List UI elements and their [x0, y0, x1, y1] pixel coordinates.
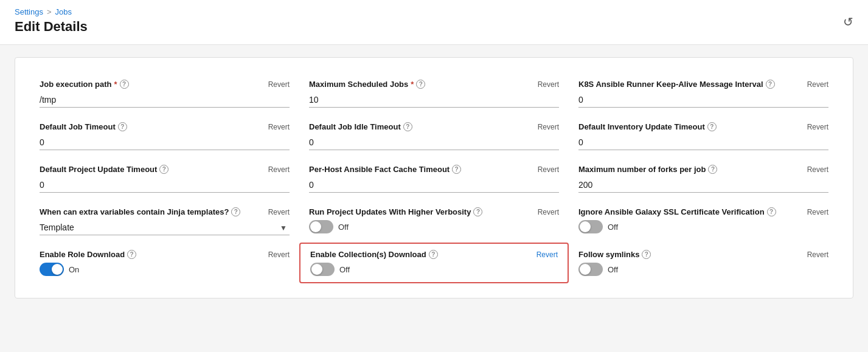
field-follow-symlinks: Follow symlinks ? Revert Off [569, 243, 838, 283]
enable-role-download-toggle-label: On [69, 265, 79, 274]
required-star: * [114, 80, 117, 89]
enable-collections-download-revert[interactable]: Revert [536, 250, 558, 259]
ignore-ansible-galaxy-revert[interactable]: Revert [807, 208, 828, 216]
toggle-thumb [310, 221, 321, 232]
per-host-ansible-fact-cache-timeout-help-icon[interactable]: ? [452, 165, 461, 174]
default-job-idle-timeout-label: Default Job Idle Timeout [309, 122, 401, 131]
default-job-timeout-help-icon[interactable]: ? [118, 122, 127, 131]
field-ignore-ansible-galaxy: Ignore Ansible Galaxy SSL Certificate Ve… [569, 200, 838, 243]
maximum-scheduled-jobs-revert[interactable]: Revert [538, 80, 559, 89]
follow-symlinks-toggle-wrapper: Off [578, 263, 828, 276]
maximum-forks-label: Maximum number of forks per job [578, 165, 706, 174]
follow-symlinks-revert[interactable]: Revert [807, 250, 828, 259]
default-project-update-timeout-input[interactable] [40, 178, 290, 193]
page-title: Edit Details [15, 19, 853, 35]
default-project-update-timeout-help-icon[interactable]: ? [159, 165, 168, 174]
default-inventory-update-timeout-revert[interactable]: Revert [807, 123, 828, 131]
field-enable-collections-download: Enable Collection(s) Download ? Revert [299, 243, 569, 283]
run-project-updates-toggle-wrapper: Off [309, 220, 559, 233]
toggle-track [309, 220, 333, 233]
default-job-idle-timeout-input[interactable] [309, 135, 559, 150]
enable-collections-download-help-icon[interactable]: ? [429, 250, 438, 259]
enable-collections-download-toggle[interactable] [310, 263, 335, 276]
maximum-scheduled-jobs-input[interactable] [309, 92, 559, 108]
run-project-updates-toggle-label: Off [338, 223, 349, 232]
default-project-update-timeout-label: Default Project Update Timeout [40, 165, 157, 174]
run-project-updates-help-icon[interactable]: ? [473, 207, 482, 216]
enable-role-download-label: Enable Role Download [40, 250, 125, 259]
k8s-ansible-help-icon[interactable]: ? [766, 80, 775, 89]
follow-symlinks-toggle-label: Off [608, 265, 618, 274]
field-default-inventory-update-timeout: Default Inventory Update Timeout ? Rever… [569, 115, 838, 157]
field-run-project-updates: Run Project Updates With Higher Verbosit… [299, 200, 569, 243]
follow-symlinks-toggle[interactable] [578, 263, 603, 276]
required-star-2: * [411, 80, 414, 89]
breadcrumb-separator: > [47, 7, 52, 16]
ignore-ansible-galaxy-label: Ignore Ansible Galaxy SSL Certificate Ve… [578, 207, 765, 216]
job-execution-path-help-icon[interactable]: ? [120, 80, 129, 89]
maximum-forks-help-icon[interactable]: ? [708, 165, 717, 174]
jinja-templates-label: When can extra variables contain Jinja t… [40, 207, 229, 216]
field-maximum-forks: Maximum number of forks per job ? Revert [569, 157, 838, 200]
field-job-execution-path: Job execution path * ? Revert [30, 72, 299, 115]
field-k8s-ansible: K8S Ansible Runner Keep-Alive Message In… [569, 72, 838, 115]
default-job-timeout-revert[interactable]: Revert [268, 123, 290, 131]
default-inventory-update-timeout-help-icon[interactable]: ? [707, 122, 717, 131]
enable-collections-download-toggle-label: Off [339, 265, 350, 274]
job-execution-path-label: Job execution path [40, 80, 111, 89]
default-job-timeout-input[interactable] [40, 135, 290, 150]
field-jinja-templates: When can extra variables contain Jinja t… [30, 200, 299, 243]
toggle-track-2 [578, 220, 603, 233]
enable-collections-download-toggle-wrapper: Off [310, 263, 558, 276]
jinja-templates-select[interactable]: Template Always Never [40, 220, 290, 235]
enable-role-download-revert[interactable]: Revert [268, 250, 290, 259]
maximum-scheduled-jobs-label: Maximum Scheduled Jobs [309, 80, 408, 89]
follow-symlinks-help-icon[interactable]: ? [642, 250, 651, 259]
toggle-track-5 [578, 263, 603, 276]
per-host-ansible-fact-cache-timeout-input[interactable] [309, 178, 559, 193]
field-default-job-timeout: Default Job Timeout ? Revert [30, 115, 299, 157]
toggle-track-3 [40, 263, 64, 276]
default-project-update-timeout-revert[interactable]: Revert [268, 165, 290, 174]
maximum-scheduled-jobs-help-icon[interactable]: ? [416, 80, 425, 89]
toggle-thumb-2 [580, 221, 591, 232]
follow-symlinks-label: Follow symlinks [578, 250, 639, 259]
default-inventory-update-timeout-label: Default Inventory Update Timeout [578, 122, 705, 131]
jinja-templates-help-icon[interactable]: ? [231, 207, 240, 216]
breadcrumb-settings[interactable]: Settings [15, 7, 43, 16]
ignore-ansible-galaxy-toggle-wrapper: Off [578, 220, 828, 233]
default-job-idle-timeout-help-icon[interactable]: ? [403, 122, 412, 131]
jinja-templates-revert[interactable]: Revert [268, 208, 290, 216]
k8s-ansible-input[interactable] [578, 92, 828, 108]
ignore-ansible-galaxy-toggle-label: Off [608, 223, 618, 232]
breadcrumb: Settings > Jobs [15, 7, 853, 16]
toggle-thumb-3 [52, 264, 63, 275]
job-execution-path-input[interactable] [40, 92, 290, 108]
per-host-ansible-fact-cache-timeout-revert[interactable]: Revert [538, 165, 559, 174]
per-host-ansible-fact-cache-timeout-label: Per-Host Ansible Fact Cache Timeout [309, 165, 450, 174]
enable-role-download-toggle[interactable] [40, 263, 64, 276]
default-inventory-update-timeout-input[interactable] [578, 135, 828, 150]
ignore-ansible-galaxy-toggle[interactable] [578, 220, 603, 233]
ignore-ansible-galaxy-help-icon[interactable]: ? [767, 207, 776, 216]
toggle-track-4 [310, 263, 335, 276]
toggle-thumb-5 [580, 264, 591, 275]
field-default-job-idle-timeout: Default Job Idle Timeout ? Revert [299, 115, 569, 157]
run-project-updates-label: Run Project Updates With Higher Verbosit… [309, 207, 471, 216]
default-job-idle-timeout-revert[interactable]: Revert [538, 123, 559, 131]
maximum-forks-input[interactable] [578, 178, 828, 193]
toggle-thumb-4 [311, 264, 322, 275]
job-execution-path-revert[interactable]: Revert [268, 80, 290, 89]
enable-role-download-help-icon[interactable]: ? [127, 250, 136, 259]
field-maximum-scheduled-jobs: Maximum Scheduled Jobs * ? Revert [299, 72, 569, 115]
k8s-ansible-label: K8S Ansible Runner Keep-Alive Message In… [578, 80, 763, 89]
maximum-forks-revert[interactable]: Revert [807, 165, 828, 174]
k8s-ansible-revert[interactable]: Revert [807, 80, 828, 89]
run-project-updates-revert[interactable]: Revert [538, 208, 559, 216]
field-per-host-ansible-fact-cache-timeout: Per-Host Ansible Fact Cache Timeout ? Re… [299, 157, 569, 200]
enable-role-download-toggle-wrapper: On [40, 263, 290, 276]
breadcrumb-jobs[interactable]: Jobs [55, 7, 72, 16]
field-enable-role-download: Enable Role Download ? Revert On [30, 243, 299, 283]
run-project-updates-toggle[interactable] [309, 220, 333, 233]
history-button[interactable]: ↺ [843, 15, 853, 29]
